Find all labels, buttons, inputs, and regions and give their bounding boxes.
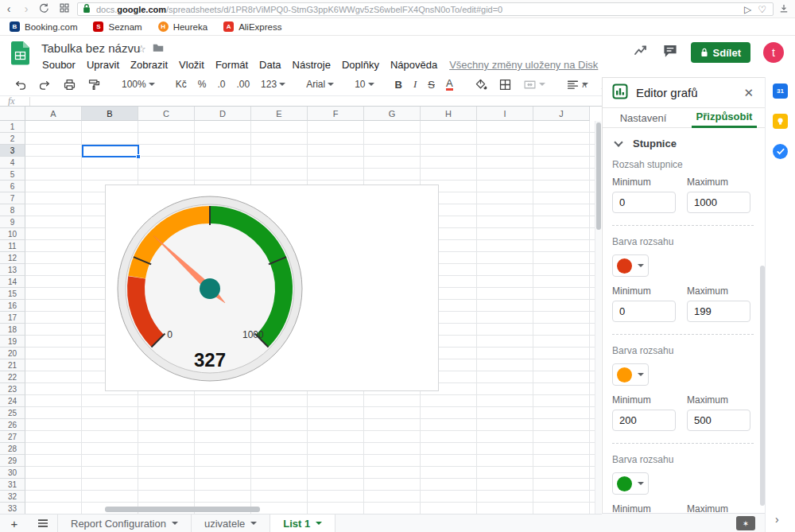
- color-range-1-max-input[interactable]: [687, 410, 750, 431]
- row-header-25[interactable]: 25: [0, 407, 25, 419]
- row-header-31[interactable]: 31: [0, 479, 25, 491]
- text-color-button[interactable]: A: [446, 79, 453, 91]
- tab-prizpusobit[interactable]: Přizpůsobit: [684, 108, 765, 127]
- favorite-heart-icon[interactable]: ♡: [758, 4, 766, 15]
- collapse-controls-icon[interactable]: ∧: [581, 80, 588, 90]
- row-header-6[interactable]: 6: [0, 181, 25, 192]
- row-header-7[interactable]: 7: [0, 192, 25, 204]
- download-icon[interactable]: [778, 3, 789, 17]
- increase-decimals-button[interactable]: .00: [232, 77, 254, 91]
- calendar-icon[interactable]: 31: [773, 83, 788, 99]
- row-header-2[interactable]: 2: [0, 133, 25, 145]
- share-button[interactable]: Sdílet: [691, 42, 750, 63]
- row-header-32[interactable]: 32: [0, 491, 25, 503]
- row-header-21[interactable]: 21: [0, 359, 25, 371]
- sheet-tab-uzivatele[interactable]: uzivatele: [192, 515, 270, 532]
- color-range-0-max-input[interactable]: [687, 301, 750, 322]
- column-header-j[interactable]: J: [533, 107, 590, 121]
- row-header-23[interactable]: 23: [0, 383, 25, 395]
- column-header-b[interactable]: B: [82, 107, 138, 121]
- scale-max-input[interactable]: [687, 192, 750, 213]
- add-sheet-button[interactable]: +: [0, 515, 29, 532]
- row-header-4[interactable]: 4: [0, 157, 25, 169]
- menu-form-t[interactable]: Formát: [210, 56, 254, 73]
- document-title[interactable]: Tabulka bez názvu: [41, 41, 140, 55]
- gauge-chart[interactable]: 01000327: [105, 184, 439, 391]
- row-header-11[interactable]: 11: [0, 240, 25, 252]
- sheets-logo-icon[interactable]: [11, 41, 29, 68]
- keep-icon[interactable]: [773, 114, 788, 129]
- tasks-icon[interactable]: [773, 144, 788, 159]
- comment-history-icon[interactable]: [662, 44, 678, 62]
- column-header-g[interactable]: G: [364, 107, 421, 121]
- row-header-28[interactable]: 28: [0, 443, 25, 455]
- row-header-8[interactable]: 8: [0, 204, 25, 216]
- font-family-select[interactable]: Arial: [302, 77, 338, 91]
- fill-color-button[interactable]: [470, 76, 491, 93]
- select-all-corner[interactable]: [0, 107, 25, 121]
- column-header-c[interactable]: C: [138, 107, 195, 121]
- close-icon[interactable]: ✕: [743, 86, 754, 100]
- https-lock-icon[interactable]: [82, 3, 91, 15]
- share-page-icon[interactable]: ▷: [744, 4, 751, 15]
- row-header-15[interactable]: 15: [0, 288, 25, 300]
- expand-side-panel-icon[interactable]: ›: [775, 513, 779, 526]
- insights-icon[interactable]: [632, 43, 650, 62]
- row-header-30[interactable]: 30: [0, 467, 25, 479]
- color-range-0-min-input[interactable]: [612, 301, 676, 322]
- strikethrough-button[interactable]: S: [424, 77, 439, 92]
- row-header-13[interactable]: 13: [0, 264, 25, 276]
- borders-button[interactable]: [494, 76, 516, 93]
- row-header-20[interactable]: 20: [0, 348, 25, 359]
- cells-area[interactable]: 01000327: [25, 121, 595, 515]
- horizontal-scrollbar[interactable]: [105, 507, 260, 512]
- scale-min-input[interactable]: [612, 192, 676, 213]
- row-header-5[interactable]: 5: [0, 169, 25, 181]
- paint-format-button[interactable]: [83, 76, 105, 93]
- column-header-d[interactable]: D: [195, 107, 251, 121]
- row-header-10[interactable]: 10: [0, 228, 25, 240]
- color-range-dropdown-0[interactable]: [612, 254, 649, 277]
- more-formats-button[interactable]: 123: [257, 77, 289, 91]
- font-size-select[interactable]: 10: [351, 77, 378, 91]
- menu-n-stroje[interactable]: Nástroje: [287, 56, 336, 73]
- row-header-18[interactable]: 18: [0, 324, 25, 336]
- section-stupnice[interactable]: Stupnice: [612, 134, 754, 159]
- move-folder-icon[interactable]: [153, 43, 164, 55]
- row-header-26[interactable]: 26: [0, 419, 25, 431]
- row-header-3[interactable]: 3: [0, 145, 25, 157]
- color-range-dropdown-2[interactable]: [612, 472, 649, 495]
- row-header-14[interactable]: 14: [0, 276, 25, 288]
- formula-bar[interactable]: fx: [0, 95, 602, 106]
- row-header-1[interactable]: 1: [0, 121, 25, 133]
- explore-button[interactable]: ✶: [736, 516, 755, 530]
- undo-button[interactable]: [10, 76, 31, 93]
- row-header-22[interactable]: 22: [0, 371, 25, 383]
- sheet-tab-report-configuration[interactable]: Report Configuration: [57, 515, 192, 532]
- print-button[interactable]: [59, 76, 80, 93]
- row-header-27[interactable]: 27: [0, 431, 25, 443]
- bookmark-seznam[interactable]: SSeznam: [93, 21, 142, 32]
- back-icon[interactable]: ‹: [0, 2, 17, 15]
- menu-dopl-ky[interactable]: Doplňky: [336, 56, 385, 73]
- address-bar[interactable]: docs.google.com/spreadsheets/d/1PR8rViMP…: [77, 2, 774, 16]
- sheet-tab-list-1[interactable]: List 1: [270, 515, 335, 532]
- star-icon[interactable]: ☆: [137, 43, 146, 55]
- color-range-dropdown-1[interactable]: [612, 363, 649, 386]
- fill-handle[interactable]: [136, 154, 141, 159]
- color-range-1-min-input[interactable]: [612, 410, 676, 431]
- decrease-decimals-button[interactable]: .0: [213, 77, 229, 91]
- menu-n-pov-da[interactable]: Nápověda: [385, 56, 443, 73]
- row-header-17[interactable]: 17: [0, 312, 25, 324]
- bold-button[interactable]: B: [391, 77, 406, 92]
- italic-button[interactable]: I: [409, 76, 421, 92]
- row-header-16[interactable]: 16: [0, 300, 25, 312]
- row-header-33[interactable]: 33: [0, 503, 25, 515]
- bookmark-aliexpress[interactable]: AAliExpress: [223, 21, 281, 32]
- row-header-12[interactable]: 12: [0, 252, 25, 264]
- menu-upravit[interactable]: Upravit: [81, 56, 125, 73]
- refresh-icon[interactable]: [35, 2, 52, 16]
- menu-zobrazit[interactable]: Zobrazit: [125, 56, 173, 73]
- bookmark-booking-com[interactable]: BBooking.com: [10, 21, 77, 32]
- redo-button[interactable]: [34, 76, 56, 93]
